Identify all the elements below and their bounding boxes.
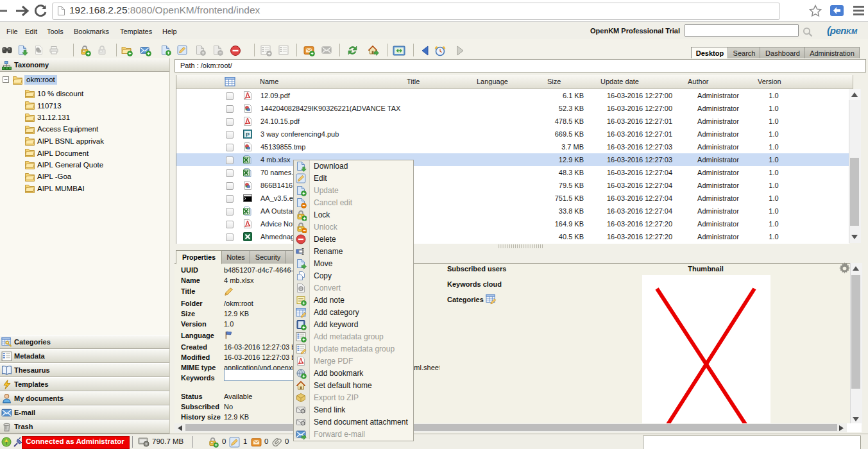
svg-text:!: ! bbox=[6, 441, 7, 446]
